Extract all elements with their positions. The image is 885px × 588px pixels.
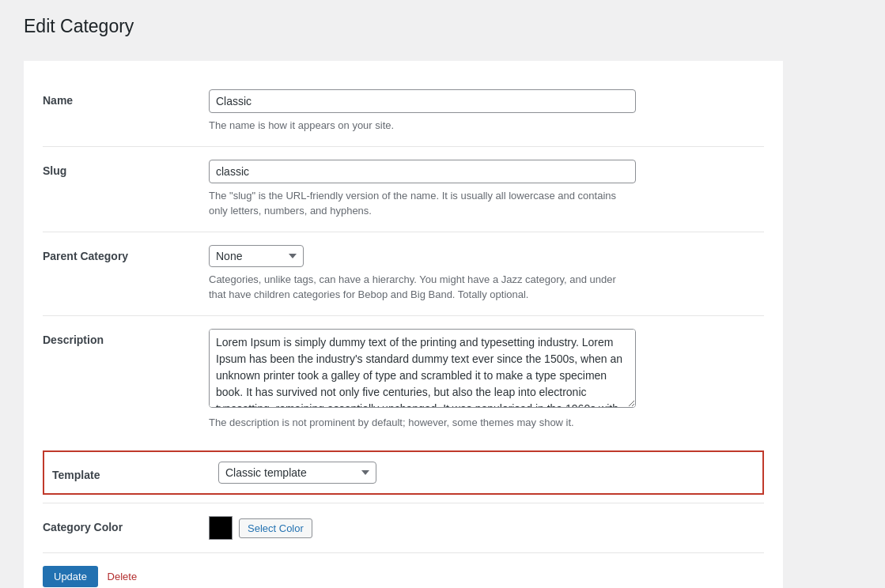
color-swatch[interactable] (209, 516, 233, 540)
category-color-row: Category Color Select Color (43, 503, 764, 552)
name-content: The name is how it appears on your site. (209, 89, 764, 134)
template-row: Template Classic template Default templa… (43, 450, 764, 495)
template-select[interactable]: Classic template Default template (218, 462, 376, 484)
slug-content: The "slug" is the URL-friendly version o… (209, 160, 764, 219)
parent-category-row: Parent Category None Categories, unlike … (43, 232, 764, 315)
update-button[interactable]: Update (43, 566, 98, 587)
description-label: Description (43, 329, 209, 346)
template-content: Classic template Default template (218, 462, 755, 484)
actions-row: Update Delete (43, 552, 764, 588)
slug-label: Slug (43, 160, 209, 177)
page-title: Edit Category (24, 16, 861, 45)
name-input[interactable] (209, 89, 636, 113)
category-color-content: Select Color (209, 516, 764, 540)
parent-category-content: None Categories, unlike tags, can have a… (209, 245, 764, 303)
edit-form: Name The name is how it appears on your … (24, 61, 783, 588)
delete-button[interactable]: Delete (108, 571, 138, 582)
parent-category-label: Parent Category (43, 245, 209, 262)
slug-description: The "slug" is the URL-friendly version o… (209, 188, 636, 219)
name-label: Name (43, 89, 209, 107)
parent-category-description: Categories, unlike tags, can have a hier… (209, 272, 636, 303)
category-color-label: Category Color (43, 516, 209, 533)
description-textarea[interactable]: Lorem Ipsum is simply dummy text of the … (209, 329, 636, 408)
color-picker-row: Select Color (209, 516, 764, 540)
template-label: Template (52, 464, 218, 481)
description-help: The description is not prominent by defa… (209, 415, 636, 431)
name-row: Name The name is how it appears on your … (43, 77, 764, 146)
description-row: Description Lorem Ipsum is simply dummy … (43, 315, 764, 443)
slug-input[interactable] (209, 160, 636, 183)
select-color-button[interactable]: Select Color (239, 518, 312, 538)
parent-category-select[interactable]: None (209, 245, 304, 267)
name-description: The name is how it appears on your site. (209, 118, 636, 134)
description-content: Lorem Ipsum is simply dummy text of the … (209, 329, 764, 431)
slug-row: Slug The "slug" is the URL-friendly vers… (43, 146, 764, 232)
